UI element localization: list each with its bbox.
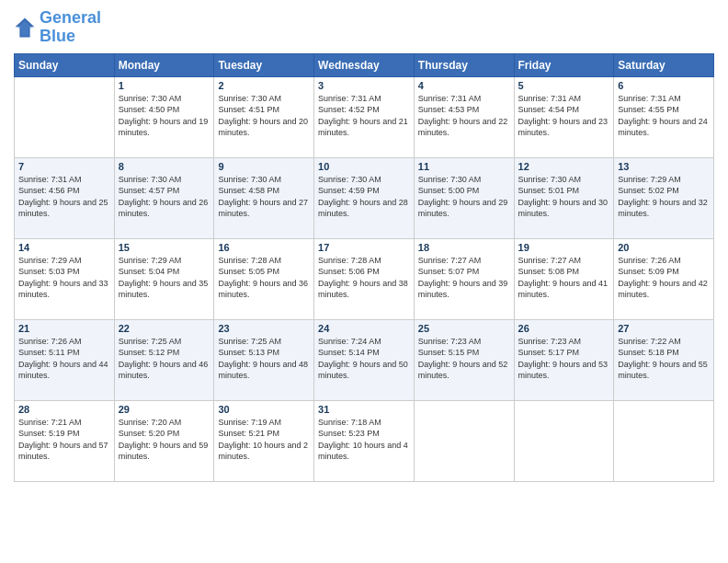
day-info: Sunrise: 7:29 AMSunset: 5:04 PMDaylight:… (119, 255, 210, 301)
day-info: Sunrise: 7:30 AMSunset: 4:50 PMDaylight:… (119, 93, 210, 139)
day-info: Sunrise: 7:30 AMSunset: 5:01 PMDaylight:… (518, 174, 610, 220)
day-info: Sunrise: 7:24 AMSunset: 5:14 PMDaylight:… (318, 336, 410, 382)
calendar-cell: 11 Sunrise: 7:30 AMSunset: 5:00 PMDaylig… (414, 157, 514, 238)
weekday-header-thursday: Thursday (414, 53, 514, 76)
weekday-header-saturday: Saturday (614, 53, 714, 76)
calendar-cell: 24 Sunrise: 7:24 AMSunset: 5:14 PMDaylig… (314, 319, 415, 400)
logo-icon (14, 17, 36, 39)
day-number: 19 (518, 242, 610, 253)
day-info: Sunrise: 7:29 AMSunset: 5:03 PMDaylight:… (18, 255, 110, 301)
calendar-cell: 22 Sunrise: 7:25 AMSunset: 5:12 PMDaylig… (114, 319, 214, 400)
day-info: Sunrise: 7:31 AMSunset: 4:54 PMDaylight:… (518, 93, 610, 139)
calendar-cell: 10 Sunrise: 7:30 AMSunset: 4:59 PMDaylig… (314, 157, 415, 238)
day-number: 22 (119, 323, 210, 334)
calendar-cell: 31 Sunrise: 7:18 AMSunset: 5:23 PMDaylig… (314, 400, 415, 481)
day-info: Sunrise: 7:26 AMSunset: 5:11 PMDaylight:… (18, 336, 110, 382)
day-number: 6 (618, 80, 710, 91)
day-info: Sunrise: 7:25 AMSunset: 5:12 PMDaylight:… (119, 336, 210, 382)
day-info: Sunrise: 7:31 AMSunset: 4:53 PMDaylight:… (418, 93, 510, 139)
calendar-table: SundayMondayTuesdayWednesdayThursdayFrid… (14, 53, 714, 482)
day-info: Sunrise: 7:18 AMSunset: 5:23 PMDaylight:… (318, 417, 410, 463)
day-number: 29 (119, 404, 210, 415)
calendar-cell: 19 Sunrise: 7:27 AMSunset: 5:08 PMDaylig… (514, 238, 614, 319)
day-info: Sunrise: 7:28 AMSunset: 5:05 PMDaylight:… (218, 255, 310, 301)
day-number: 13 (618, 161, 710, 172)
day-info: Sunrise: 7:27 AMSunset: 5:07 PMDaylight:… (418, 255, 510, 301)
day-info: Sunrise: 7:19 AMSunset: 5:21 PMDaylight:… (218, 417, 310, 463)
svg-marker-1 (17, 21, 33, 36)
calendar-cell (614, 400, 714, 481)
day-info: Sunrise: 7:23 AMSunset: 5:17 PMDaylight:… (518, 336, 610, 382)
calendar-cell: 13 Sunrise: 7:29 AMSunset: 5:02 PMDaylig… (614, 157, 714, 238)
day-number: 3 (318, 80, 410, 91)
day-number: 25 (418, 323, 510, 334)
day-info: Sunrise: 7:30 AMSunset: 4:57 PMDaylight:… (119, 174, 210, 220)
calendar-cell: 3 Sunrise: 7:31 AMSunset: 4:52 PMDayligh… (314, 76, 415, 157)
calendar-cell: 25 Sunrise: 7:23 AMSunset: 5:15 PMDaylig… (414, 319, 514, 400)
day-info: Sunrise: 7:29 AMSunset: 5:02 PMDaylight:… (618, 174, 710, 220)
calendar-cell: 6 Sunrise: 7:31 AMSunset: 4:55 PMDayligh… (614, 76, 714, 157)
day-number: 28 (18, 404, 110, 415)
day-number: 10 (318, 161, 410, 172)
day-info: Sunrise: 7:21 AMSunset: 5:19 PMDaylight:… (18, 417, 110, 463)
day-info: Sunrise: 7:30 AMSunset: 5:00 PMDaylight:… (418, 174, 510, 220)
day-number: 11 (418, 161, 510, 172)
calendar-cell: 15 Sunrise: 7:29 AMSunset: 5:04 PMDaylig… (114, 238, 214, 319)
calendar-cell: 8 Sunrise: 7:30 AMSunset: 4:57 PMDayligh… (114, 157, 214, 238)
calendar-cell: 4 Sunrise: 7:31 AMSunset: 4:53 PMDayligh… (414, 76, 514, 157)
day-number: 16 (218, 242, 310, 253)
day-number: 26 (518, 323, 610, 334)
day-info: Sunrise: 7:31 AMSunset: 4:52 PMDaylight:… (318, 93, 410, 139)
day-number: 4 (418, 80, 510, 91)
day-number: 9 (218, 161, 310, 172)
day-number: 15 (119, 242, 210, 253)
day-info: Sunrise: 7:26 AMSunset: 5:09 PMDaylight:… (618, 255, 710, 301)
calendar-cell: 7 Sunrise: 7:31 AMSunset: 4:56 PMDayligh… (15, 157, 115, 238)
day-number: 5 (518, 80, 610, 91)
calendar-cell: 16 Sunrise: 7:28 AMSunset: 5:05 PMDaylig… (214, 238, 314, 319)
logo: General Blue (14, 9, 101, 46)
calendar-cell: 23 Sunrise: 7:25 AMSunset: 5:13 PMDaylig… (214, 319, 314, 400)
calendar-cell: 26 Sunrise: 7:23 AMSunset: 5:17 PMDaylig… (514, 319, 614, 400)
day-number: 30 (218, 404, 310, 415)
day-info: Sunrise: 7:20 AMSunset: 5:20 PMDaylight:… (119, 417, 210, 463)
day-info: Sunrise: 7:28 AMSunset: 5:06 PMDaylight:… (318, 255, 410, 301)
weekday-header-friday: Friday (514, 53, 614, 76)
calendar-cell: 28 Sunrise: 7:21 AMSunset: 5:19 PMDaylig… (15, 400, 115, 481)
day-info: Sunrise: 7:27 AMSunset: 5:08 PMDaylight:… (518, 255, 610, 301)
calendar-cell: 17 Sunrise: 7:28 AMSunset: 5:06 PMDaylig… (314, 238, 415, 319)
calendar-cell: 5 Sunrise: 7:31 AMSunset: 4:54 PMDayligh… (514, 76, 614, 157)
calendar-cell: 21 Sunrise: 7:26 AMSunset: 5:11 PMDaylig… (15, 319, 115, 400)
calendar-cell: 1 Sunrise: 7:30 AMSunset: 4:50 PMDayligh… (114, 76, 214, 157)
calendar-cell: 20 Sunrise: 7:26 AMSunset: 5:09 PMDaylig… (614, 238, 714, 319)
day-number: 1 (119, 80, 210, 91)
day-info: Sunrise: 7:30 AMSunset: 4:51 PMDaylight:… (218, 93, 310, 139)
day-number: 14 (18, 242, 110, 253)
calendar-cell: 12 Sunrise: 7:30 AMSunset: 5:01 PMDaylig… (514, 157, 614, 238)
day-number: 21 (18, 323, 110, 334)
logo-text: General Blue (40, 9, 101, 46)
day-info: Sunrise: 7:30 AMSunset: 4:58 PMDaylight:… (218, 174, 310, 220)
weekday-header-monday: Monday (114, 53, 214, 76)
calendar-cell: 2 Sunrise: 7:30 AMSunset: 4:51 PMDayligh… (214, 76, 314, 157)
calendar-cell: 27 Sunrise: 7:22 AMSunset: 5:18 PMDaylig… (614, 319, 714, 400)
calendar-cell: 9 Sunrise: 7:30 AMSunset: 4:58 PMDayligh… (214, 157, 314, 238)
day-number: 17 (318, 242, 410, 253)
weekday-header-tuesday: Tuesday (214, 53, 314, 76)
day-number: 24 (318, 323, 410, 334)
calendar-cell: 30 Sunrise: 7:19 AMSunset: 5:21 PMDaylig… (214, 400, 314, 481)
day-info: Sunrise: 7:22 AMSunset: 5:18 PMDaylight:… (618, 336, 710, 382)
calendar-cell (414, 400, 514, 481)
day-number: 20 (618, 242, 710, 253)
day-info: Sunrise: 7:23 AMSunset: 5:15 PMDaylight:… (418, 336, 510, 382)
weekday-header-wednesday: Wednesday (314, 53, 415, 76)
day-info: Sunrise: 7:30 AMSunset: 4:59 PMDaylight:… (318, 174, 410, 220)
day-info: Sunrise: 7:31 AMSunset: 4:55 PMDaylight:… (618, 93, 710, 139)
day-number: 27 (618, 323, 710, 334)
day-number: 7 (18, 161, 110, 172)
day-number: 31 (318, 404, 410, 415)
calendar-cell: 14 Sunrise: 7:29 AMSunset: 5:03 PMDaylig… (15, 238, 115, 319)
day-info: Sunrise: 7:25 AMSunset: 5:13 PMDaylight:… (218, 336, 310, 382)
calendar-cell: 18 Sunrise: 7:27 AMSunset: 5:07 PMDaylig… (414, 238, 514, 319)
day-info: Sunrise: 7:31 AMSunset: 4:56 PMDaylight:… (18, 174, 110, 220)
